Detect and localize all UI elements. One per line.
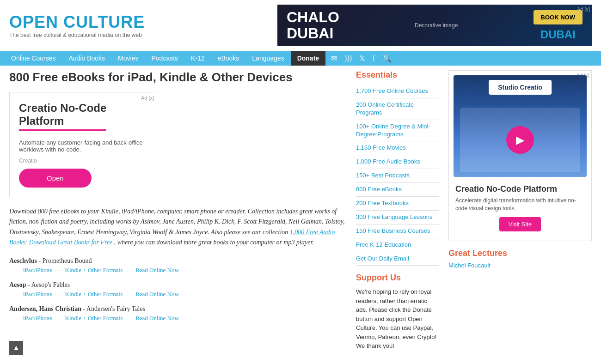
logo-tagline: The best free cultural & educational med… <box>9 32 145 38</box>
sidebar-link-movies[interactable]: 1,150 Free Movies <box>356 141 439 155</box>
support-us-heading: Support Us <box>356 273 439 283</box>
nav-movies[interactable]: Movies <box>111 51 145 66</box>
separator: — <box>55 267 63 273</box>
sidebar: Essentials 1,700 Free Online Courses 200… <box>356 70 439 351</box>
sidebar-link-audio-books[interactable]: 1,000 Free Audio Books <box>356 155 439 169</box>
inner-ad-title: Creatio No-CodePlatform <box>19 102 106 131</box>
ad-banner: Ad [x] CHALO DUBAI Decorative image BOOK… <box>277 5 592 46</box>
list-item: Aeschylus - Prometheus Bound iPad/iPhone… <box>9 257 347 274</box>
content-area: 800 Free eBooks for iPad, Kindle & Other… <box>9 70 347 351</box>
right-ad-visit-button[interactable]: Visit Site <box>499 217 541 231</box>
inner-ad: Ad [x] Creatio No-CodePlatform Automate … <box>9 92 157 197</box>
book-links: iPad/iPhone — Kindle + Other Formats — R… <box>9 291 347 298</box>
nav-k12[interactable]: K-12 <box>184 51 211 66</box>
book-author: Aesop <box>9 281 26 288</box>
lecture-link[interactable]: Michel Foucault <box>448 262 491 269</box>
separator: — <box>55 291 63 297</box>
nav-podcasts[interactable]: Podcasts <box>145 51 184 66</box>
great-lectures-heading: Great Lectures <box>448 249 592 258</box>
kindle-link[interactable]: Kindle + Other Formats <box>65 315 123 322</box>
kindle-link[interactable]: Kindle + Other Formats <box>65 267 123 273</box>
rss-icon[interactable]: ))) <box>343 52 354 64</box>
right-ad-logo: Studio Creatio <box>489 80 552 95</box>
page-title: 800 Free eBooks for iPad, Kindle & Other… <box>9 70 347 85</box>
main-layout: 800 Free eBooks for iPad, Kindle & Other… <box>0 66 601 355</box>
nav-online-courses[interactable]: Online Courses <box>5 51 62 66</box>
ad-banner-text: CHALO DUBAI <box>287 9 339 42</box>
nav-languages[interactable]: Languages <box>245 51 290 66</box>
book-list: Aeschylus - Prometheus Bound iPad/iPhone… <box>9 257 347 322</box>
support-us-text: We're hoping to rely on loyal readers, r… <box>356 287 439 351</box>
book-author: Aeschylus <box>9 257 37 264</box>
ipad-link[interactable]: iPad/iPhone <box>23 315 52 322</box>
sidebar-link-podcasts[interactable]: 150+ Best Podcasts <box>356 169 439 183</box>
search-icon[interactable]: 🔍 <box>380 52 393 65</box>
book-title: - Andersen's Fairy Tales <box>83 305 145 312</box>
sidebar-link-textbooks[interactable]: 200 Free Textbooks <box>356 197 439 211</box>
ipad-link[interactable]: iPad/iPhone <box>23 267 52 273</box>
inner-ad-brand: Creatio <box>19 158 147 164</box>
sidebar-link-daily-email[interactable]: Get Our Daily Email <box>356 252 439 266</box>
separator: — <box>126 315 134 322</box>
book-title: - Aesop's Fables <box>28 281 70 288</box>
book-links: iPad/iPhone — Kindle + Other Formats — R… <box>9 315 347 322</box>
right-sidebar: Ad [x] Studio Creatio ▶ Creatio No-Code … <box>448 70 592 351</box>
ipad-link[interactable]: iPad/iPhone <box>23 291 52 297</box>
sidebar-link-language-lessons[interactable]: 300 Free Language Lessons <box>356 211 439 224</box>
right-ad: Ad [x] Studio Creatio ▶ Creatio No-Code … <box>448 70 592 241</box>
separator: — <box>126 291 134 297</box>
separator: — <box>126 267 134 273</box>
body-text: Download 800 free eBooks to your Kindle,… <box>9 206 347 248</box>
email-icon[interactable]: ✉ <box>329 52 339 65</box>
nav-icons: ✉ ))) 𝕏 f 🔍 <box>325 52 397 65</box>
ad-close-icon[interactable]: Ad [x] <box>577 6 590 12</box>
nav-audio-books[interactable]: Audio Books <box>62 51 112 66</box>
sidebar-link-business-courses[interactable]: 150 Free Business Courses <box>356 224 439 238</box>
right-ad-image: Studio Creatio ▶ <box>454 75 587 177</box>
list-item: Aesop - Aesop's Fables iPad/iPhone — Kin… <box>9 281 347 298</box>
read-online-link[interactable]: Read Online Now <box>135 315 179 322</box>
right-ad-text-block: Creatio No-Code Platform Accelerate digi… <box>454 182 587 236</box>
list-item: Andersen, Hans Christian - Andersen's Fa… <box>9 305 347 322</box>
sidebar-link-certificate-programs[interactable]: 200 Online Certificate Programs <box>356 98 439 120</box>
read-online-link[interactable]: Read Online Now <box>135 267 179 273</box>
main-nav: Online Courses Audio Books Movies Podcas… <box>0 51 601 66</box>
scroll-to-top-button[interactable]: ▲ <box>9 341 23 355</box>
inner-ad-desc: Automate any customer-facing and back-of… <box>19 139 147 153</box>
essentials-heading: Essentials <box>356 70 439 80</box>
kindle-link[interactable]: Kindle + Other Formats <box>65 291 123 297</box>
sidebar-link-k12[interactable]: Free K-12 Education <box>356 238 439 252</box>
book-title: - Prometheus Bound <box>38 257 92 264</box>
book-links: iPad/iPhone — Kindle + Other Formats — R… <box>9 267 347 274</box>
sidebar-link-degree-programs[interactable]: 100+ Online Degree & Mini-Degree Program… <box>356 120 439 142</box>
sidebar-link-ebooks[interactable]: 800 Free eBooks <box>356 183 439 197</box>
ad-banner-title: CHALO DUBAI <box>287 9 339 42</box>
right-ad-desc: Accelerate digital transformation with i… <box>455 197 585 212</box>
inner-ad-close-icon[interactable]: Ad [x] <box>141 95 154 101</box>
header-ad: Ad [x] CHALO DUBAI Decorative image BOOK… <box>154 5 592 46</box>
sidebar-link-online-courses[interactable]: 1,700 Free Online Courses <box>356 85 439 98</box>
inner-ad-open-button[interactable]: Open <box>19 169 92 188</box>
ad-book-now-button[interactable]: BOOK NOW <box>534 10 583 24</box>
read-online-link[interactable]: Read Online Now <box>135 291 179 297</box>
separator: — <box>55 315 63 322</box>
nav-ebooks[interactable]: eBooks <box>211 51 246 66</box>
right-ad-title: Creatio No-Code Platform <box>455 184 585 194</box>
ad-brand-label: DUBAI <box>540 28 576 41</box>
twitter-icon[interactable]: 𝕏 <box>357 52 367 65</box>
header: OPEN CULTURE The best free cultural & ed… <box>0 0 601 51</box>
book-author: Andersen, Hans Christian <box>9 305 81 312</box>
nav-donate[interactable]: Donate <box>291 51 325 66</box>
facebook-icon[interactable]: f <box>371 52 377 64</box>
logo-text[interactable]: OPEN CULTURE <box>9 12 145 32</box>
logo-area: OPEN CULTURE The best free cultural & ed… <box>9 12 145 38</box>
